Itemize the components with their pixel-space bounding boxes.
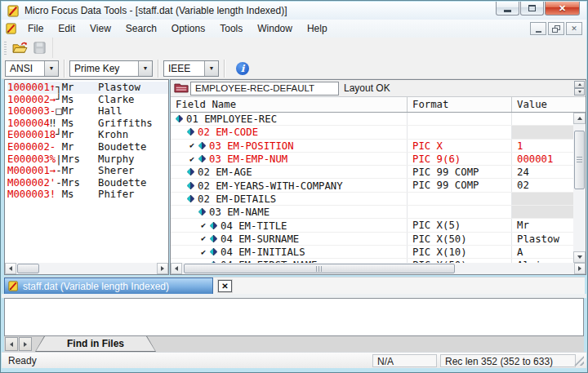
layout-status: Layout OK (344, 82, 390, 94)
spin-down-button[interactable] (574, 88, 585, 95)
chevron-down-icon[interactable]: ▼ (204, 61, 218, 76)
info-button[interactable]: i (236, 62, 249, 75)
field-name-text: 02 EM-AGE (198, 166, 252, 178)
mdi-restore-icon (552, 25, 560, 33)
record-hscrollbar[interactable] (5, 263, 168, 274)
scroll-right-button[interactable] (574, 263, 586, 274)
document-tab-close-button[interactable]: ✕ (218, 280, 232, 292)
field-name-text: 02 EM-YEARS-WITH-COMPANY (198, 180, 343, 192)
record-key: 1000003- (7, 105, 56, 117)
field-diamond-icon (198, 155, 206, 162)
app-icon (7, 5, 20, 17)
scroll-right-button[interactable] (157, 263, 168, 274)
check-icon: ✔ (201, 234, 210, 242)
field-name-text: 03 EM-NAME (209, 206, 270, 218)
toolbar-separator (64, 60, 65, 78)
field-name-text: 02 EM-DETAILS (198, 193, 276, 205)
thumb-grip (316, 266, 323, 272)
record-row[interactable]: 1000003-□Mr Hall (7, 105, 168, 118)
field-format-cell (408, 126, 512, 138)
document-tab-label: staff.dat (Variable length Indexed) (23, 281, 169, 292)
column-value[interactable]: Value (512, 97, 574, 112)
record-row[interactable]: 1000004‼ Ms Griffiths (7, 118, 168, 130)
record-data: ‼ Ms Griffiths (50, 118, 153, 129)
toolbar-grip[interactable] (4, 42, 7, 55)
open-file-button[interactable] (11, 40, 29, 56)
mdi-close-button[interactable]: ✕ (566, 22, 582, 35)
scroll-thumb[interactable] (574, 131, 585, 189)
record-row[interactable]: 1000001↑┐Mr Plastow (7, 82, 168, 94)
menu-item-view[interactable]: View (82, 20, 118, 37)
scroll-down-button[interactable] (573, 251, 586, 263)
field-name-text: 04 EM-INITIALS (220, 246, 305, 258)
arrow-down-icon (577, 255, 582, 259)
mdi-minimize-button[interactable] (530, 22, 546, 35)
scroll-left-button[interactable] (5, 263, 16, 274)
field-row-em-position[interactable]: ✔03 EM-POSITIONPIC X1 (171, 140, 574, 153)
menu-item-search[interactable]: Search (118, 20, 164, 37)
field-row-em-age[interactable]: 02 EM-AGEPIC 99 COMP24 (171, 166, 574, 179)
field-value-cell: 1 (512, 140, 574, 152)
minimize-button[interactable] (496, 2, 519, 16)
close-button[interactable]: ✕ (545, 2, 580, 16)
record-row[interactable]: 1000002→┘Ms Clarke (7, 94, 168, 106)
mdi-restore-button[interactable] (548, 22, 564, 35)
output-panel[interactable] (4, 298, 584, 336)
menu-item-options[interactable]: Options (164, 20, 212, 37)
field-diamond-icon (198, 142, 206, 149)
layout-hscrollbar[interactable] (171, 263, 586, 274)
combo-float-format[interactable]: IEEE▼ (163, 60, 219, 77)
field-row-em-code[interactable]: 02 EM-CODE (171, 126, 574, 139)
field-row-em-details[interactable]: 02 EM-DETAILS (171, 193, 574, 206)
scroll-up-button[interactable] (573, 113, 586, 124)
arrow-left-icon (10, 342, 13, 347)
open-folder-icon (12, 42, 28, 54)
output-tabs-scroll-right-button[interactable] (19, 337, 32, 351)
field-name-cell: 02 EM-CODE (171, 126, 408, 138)
save-button[interactable] (30, 40, 48, 56)
field-name-text: 03 EM-EMP-NUM (209, 153, 287, 165)
record-layout-header: EMPLOYEE-REC-DEFAULT Layout OK (171, 80, 586, 97)
record-name-box[interactable]: EMPLOYEE-REC-DEFAULT (190, 82, 339, 95)
field-row-em-years-with-company[interactable]: 02 EM-YEARS-WITH-COMPANYPIC 99 COMP02 (171, 179, 574, 192)
field-diamond-icon (187, 128, 194, 135)
field-row-em-surname[interactable]: ✔04 EM-SURNAMEPIC X(50)Plastow (171, 233, 574, 246)
menu-item-edit[interactable]: Edit (51, 20, 82, 37)
scroll-thumb[interactable] (17, 264, 39, 273)
record-key: M000001→ (7, 165, 56, 176)
menu-item-window[interactable]: Window (250, 20, 300, 37)
scroll-left-button[interactable] (171, 263, 182, 274)
menu-item-tools[interactable]: Tools (212, 20, 250, 37)
chevron-down-icon[interactable]: ▼ (138, 61, 152, 76)
menu-item-file[interactable]: File (20, 20, 51, 37)
document-tab[interactable]: staff.dat (Variable length Indexed) (4, 278, 213, 295)
thumb-grip (577, 157, 582, 163)
record-row[interactable]: E0000018┘Mr Krohn (7, 129, 168, 141)
document-tab-bar: staff.dat (Variable length Indexed) ✕ (4, 277, 585, 294)
record-row[interactable]: E000002- Mr Boudette (7, 141, 168, 153)
record-row[interactable]: M000002'-Mrs Boudette (7, 177, 168, 189)
field-row-em-name[interactable]: 03 EM-NAME (171, 206, 574, 219)
record-row[interactable]: E000003%|Mrs Murphy (7, 153, 168, 166)
field-row-em-initials[interactable]: ✔04 EM-INITIALSPIC X(10)A (171, 246, 574, 259)
column-format[interactable]: Format (408, 97, 512, 112)
chevron-down-icon[interactable]: ▼ (44, 61, 58, 76)
field-row-em-emp-num[interactable]: ✔03 EM-EMP-NUMPIC 9(6)000001 (171, 153, 574, 166)
scroll-thumb[interactable] (184, 264, 455, 273)
column-field-name[interactable]: Field Name (171, 97, 408, 112)
field-row-em-title[interactable]: ✔04 EM-TITLEPIC X(5)Mr (171, 219, 574, 232)
combo-character-set[interactable]: ANSI▼ (5, 60, 59, 77)
combo-bar: ANSI▼Prime Key▼IEEE▼i (2, 58, 586, 79)
layout-vscrollbar[interactable] (573, 113, 586, 263)
field-name-text: 02 EM-CODE (198, 126, 258, 138)
tab-find-in-files[interactable]: Find in Files (36, 336, 155, 351)
record-row[interactable]: M000003! Ms Phifer (7, 189, 168, 201)
record-row[interactable]: M000001→-Mr Sherer (7, 165, 168, 177)
maximize-button[interactable] (520, 2, 544, 16)
combo-key[interactable]: Prime Key▼ (69, 60, 153, 77)
spin-up-button[interactable] (574, 81, 585, 88)
field-name-cell: ✔03 EM-POSITION (171, 140, 408, 152)
output-tabs-scroll-left-button[interactable] (5, 337, 18, 351)
field-row-employee-rec[interactable]: 01 EMPLOYEE-REC (171, 113, 574, 126)
menu-item-help[interactable]: Help (300, 20, 335, 37)
